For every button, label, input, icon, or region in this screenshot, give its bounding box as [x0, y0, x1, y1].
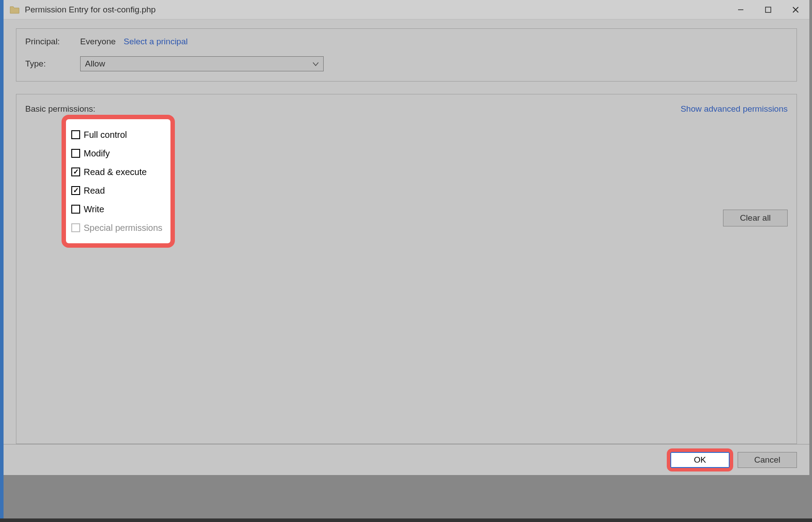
permission-row: Read & execute [71, 163, 162, 181]
chevron-down-icon [313, 59, 319, 69]
permissions-checkbox-group: Full controlModifyRead & executeReadWrit… [66, 119, 170, 243]
permission-label: Modify [84, 148, 110, 159]
permission-row: Special permissions [71, 218, 162, 237]
type-select-value: Allow [85, 59, 105, 69]
principal-row: Principal: Everyone Select a principal [25, 37, 788, 47]
cancel-button[interactable]: Cancel [738, 452, 797, 468]
select-principal-link[interactable]: Select a principal [124, 37, 188, 47]
type-row: Type: Allow [25, 56, 788, 71]
show-advanced-permissions-link[interactable]: Show advanced permissions [681, 104, 788, 114]
permission-checkbox[interactable] [71, 130, 80, 139]
permission-checkbox [71, 223, 80, 232]
window-title: Permission Entry for ost-config.php [25, 5, 727, 15]
permission-row: Write [71, 200, 162, 218]
content-area: Principal: Everyone Select a principal T… [4, 19, 809, 475]
minimize-button[interactable] [727, 0, 754, 19]
basic-permissions-label: Basic permissions: [25, 104, 95, 114]
taskbar-edge [0, 518, 812, 522]
svg-rect-1 [766, 7, 771, 12]
permission-checkbox[interactable] [71, 168, 80, 176]
permission-label: Read [84, 186, 105, 196]
permission-row: Modify [71, 144, 162, 163]
folder-icon [10, 5, 19, 14]
window-controls [727, 0, 809, 19]
left-edge-bar [0, 0, 4, 522]
type-select[interactable]: Allow [80, 56, 324, 71]
permission-checkbox[interactable] [71, 205, 80, 214]
ok-button[interactable]: OK [670, 452, 730, 468]
permission-label: Full control [84, 130, 127, 140]
permission-entry-window: Permission Entry for ost-config.php Prin… [4, 0, 809, 475]
permission-row: Full control [71, 125, 162, 144]
dialog-footer: OK Cancel [4, 444, 809, 475]
titlebar: Permission Entry for ost-config.php [4, 0, 809, 19]
principal-label: Principal: [25, 37, 80, 47]
principal-value: Everyone [80, 37, 116, 47]
permission-label: Special permissions [84, 223, 162, 233]
permission-checkbox[interactable] [71, 186, 80, 195]
permissions-panel: Basic permissions: Show advanced permiss… [16, 94, 797, 444]
maximize-button[interactable] [754, 0, 782, 19]
clear-all-button[interactable]: Clear all [723, 210, 788, 226]
close-button[interactable] [782, 0, 809, 19]
principal-panel: Principal: Everyone Select a principal T… [16, 28, 797, 82]
permission-checkbox[interactable] [71, 149, 80, 158]
permission-label: Read & execute [84, 167, 147, 177]
permission-row: Read [71, 181, 162, 200]
permission-label: Write [84, 204, 104, 214]
type-label: Type: [25, 59, 80, 69]
